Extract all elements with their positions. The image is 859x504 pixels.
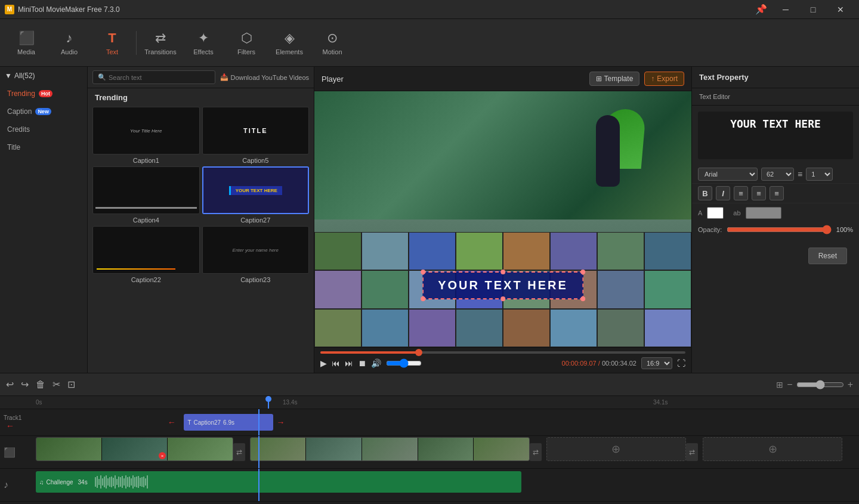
sidebar-item-label: Caption xyxy=(7,107,32,116)
delete-button[interactable]: 🗑 xyxy=(36,379,45,390)
maximize-button[interactable]: □ xyxy=(799,0,827,19)
toolbar-audio[interactable]: ♪ Audio xyxy=(48,23,91,63)
thumb-caption5[interactable]: TITLE Caption5 xyxy=(202,107,310,164)
text-overlay[interactable]: YOUR TEXT HERE xyxy=(422,271,583,299)
thumb-caption1[interactable]: Your Title Here Caption1 xyxy=(92,107,200,164)
text-property-title: Text Property xyxy=(692,67,859,88)
text-editor-area[interactable]: YOUR TEXT HERE xyxy=(698,112,853,159)
list-icon: ≡ xyxy=(798,169,802,179)
zoom-slider[interactable] xyxy=(796,380,844,389)
caption-clip[interactable]: T Caption27 6.9s xyxy=(184,414,273,431)
toolbar-motion[interactable]: ⊙ Motion xyxy=(311,23,354,63)
video-clip-2[interactable] xyxy=(250,437,530,461)
sidebar-item-trending[interactable]: Trending Hot xyxy=(0,85,87,103)
undo-button[interactable]: ↩ xyxy=(6,379,14,390)
toolbar: ⬛ Media ♪ Audio T Text ⇄ Transitions ✦ E… xyxy=(0,19,859,67)
track-label-caption: Track1 ← xyxy=(0,415,36,431)
toolbar-filters[interactable]: ⬡ Filters xyxy=(225,23,268,63)
toolbar-text-label: Text xyxy=(106,48,118,55)
transition-2[interactable]: ⇄ xyxy=(530,443,542,461)
redo-button[interactable]: ↪ xyxy=(21,379,29,390)
sidebar-item-caption[interactable]: Caption New xyxy=(0,103,87,120)
reset-button[interactable]: Reset xyxy=(808,248,847,264)
thumb-caption22[interactable]: Caption22 xyxy=(92,226,200,283)
volume-button[interactable]: 🔊 xyxy=(371,358,381,368)
align-right-button[interactable]: ≡ xyxy=(770,186,784,200)
stop-button[interactable]: ⏹ xyxy=(358,358,366,368)
progress-handle[interactable] xyxy=(415,349,422,356)
empty-clip-2[interactable]: ⊕ xyxy=(703,437,843,461)
sidebar-item-credits[interactable]: Credits xyxy=(0,120,87,138)
audio-icon: ♪ xyxy=(66,30,73,46)
minimize-button[interactable]: ─ xyxy=(772,0,799,19)
thumb-caption27[interactable]: New YOUR TEXT HERE Caption27 xyxy=(202,166,310,224)
track-caption: Track1 ← T Caption27 6.9s ← → xyxy=(0,409,859,436)
motion-icon: ⊙ xyxy=(327,30,338,46)
toolbar-elements[interactable]: ◈ Elements xyxy=(268,23,311,63)
text-stroke-swatch[interactable] xyxy=(746,207,781,219)
all-section[interactable]: ▼ All(52) xyxy=(0,67,87,85)
download-button[interactable]: 📥 Download YouTube Videos xyxy=(220,73,310,81)
toolbar-effects[interactable]: ✦ Effects xyxy=(182,23,225,63)
text-color-swatch[interactable] xyxy=(707,207,724,219)
sidebar-item-label: Credits xyxy=(7,125,30,134)
crop-button[interactable]: ⊡ xyxy=(67,379,75,390)
volume-slider[interactable] xyxy=(386,358,422,368)
handle-tr[interactable] xyxy=(580,270,585,274)
font-select[interactable]: Arial Times New Roman Helvetica xyxy=(698,168,758,181)
delete-clip-icon[interactable]: × xyxy=(159,452,166,459)
sidebar-item-title[interactable]: Title xyxy=(0,138,87,156)
template-button[interactable]: ⊞ Template xyxy=(589,72,640,86)
fullscreen-button[interactable]: ⛶ xyxy=(677,358,685,368)
line-spacing-select[interactable]: 1 1.5 2 xyxy=(806,168,833,181)
opacity-slider[interactable] xyxy=(727,225,832,234)
play-button[interactable]: ▶ xyxy=(320,358,327,368)
font-size-select[interactable]: 62 48 36 24 xyxy=(761,168,794,181)
handle-bm[interactable] xyxy=(500,296,505,301)
thumb-caption4[interactable]: Caption4 xyxy=(92,166,200,224)
next-button[interactable]: ⏭ xyxy=(345,358,353,368)
zoom-controls: ⊞ − + xyxy=(776,379,853,390)
progress-bar[interactable] xyxy=(320,351,685,354)
audio-clip[interactable]: ♫ Challenge 34s xyxy=(36,471,521,493)
video-clip-1[interactable]: × xyxy=(36,437,233,461)
thumb-img-caption4 xyxy=(92,166,200,214)
toolbar-text[interactable]: T Text xyxy=(91,23,134,63)
player-title: Player xyxy=(322,75,344,84)
bold-button[interactable]: B xyxy=(698,186,712,200)
cut-button[interactable]: ✂ xyxy=(52,379,60,390)
transition-1[interactable]: ⇄ xyxy=(233,443,245,461)
close-button[interactable]: ✕ xyxy=(827,0,854,19)
playhead-handle-ruler[interactable] xyxy=(265,396,271,402)
text-overlay-container[interactable]: YOUR TEXT HERE xyxy=(422,271,583,299)
export-button[interactable]: ↑ Export xyxy=(644,72,684,86)
transition-3[interactable]: ⇄ xyxy=(686,443,698,461)
elements-icon: ◈ xyxy=(285,30,295,46)
template-label: Template xyxy=(604,75,634,83)
format-row-1: Arial Times New Roman Helvetica 62 48 36… xyxy=(692,165,859,184)
thumb-caption23[interactable]: Enter your name here Caption23 xyxy=(202,226,310,283)
caption-clip-label: Caption27 xyxy=(194,419,221,426)
handle-bl[interactable] xyxy=(421,296,425,301)
add-clip-icon-1[interactable]: ⊕ xyxy=(611,443,620,456)
search-box[interactable]: 🔍 xyxy=(92,70,215,84)
zoom-out-icon[interactable]: − xyxy=(787,379,792,390)
handle-tl[interactable] xyxy=(421,270,425,274)
empty-clip-1[interactable]: ⊕ xyxy=(546,437,687,461)
zoom-in-icon[interactable]: + xyxy=(848,379,853,390)
aspect-ratio-select[interactable]: 16:9 9:16 1:1 xyxy=(641,357,672,369)
search-input[interactable] xyxy=(109,74,210,81)
align-left-button[interactable]: ≡ xyxy=(734,186,748,200)
handle-br[interactable] xyxy=(580,296,585,301)
pin-icon[interactable]: 📌 xyxy=(755,4,767,15)
prev-button[interactable]: ⏮ xyxy=(332,358,340,368)
italic-button[interactable]: I xyxy=(716,186,730,200)
video-track-icon: ⬛ xyxy=(4,447,16,457)
track-video: ⬛ × xyxy=(0,436,859,469)
align-center-button[interactable]: ≡ xyxy=(752,186,766,200)
add-clip-icon-2[interactable]: ⊕ xyxy=(768,443,777,456)
toolbar-transitions[interactable]: ⇄ Transitions xyxy=(139,23,182,63)
handle-tm[interactable] xyxy=(500,270,505,274)
track-label-video: ⬛ xyxy=(0,447,36,458)
toolbar-media[interactable]: ⬛ Media xyxy=(5,23,48,63)
